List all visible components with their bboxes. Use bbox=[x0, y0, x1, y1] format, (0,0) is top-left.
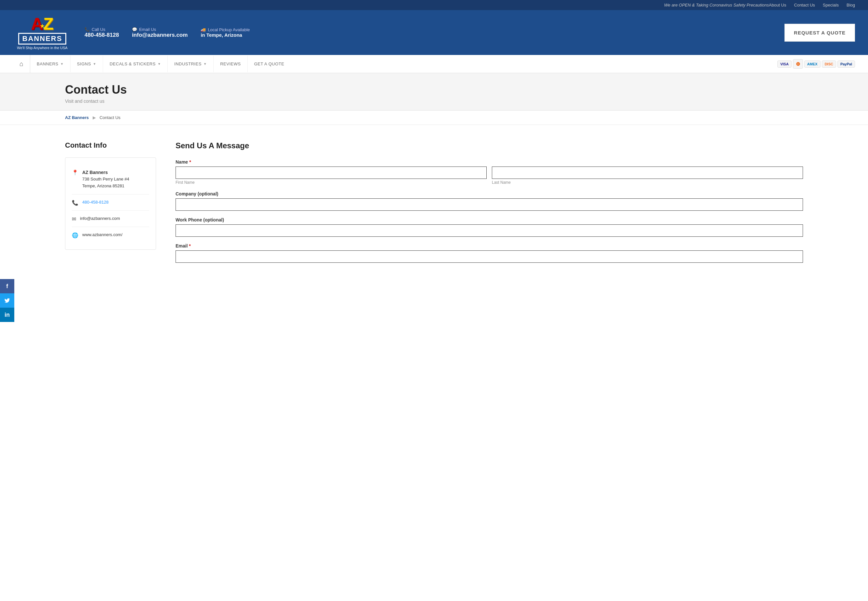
email-label: 💬 Email Us bbox=[132, 27, 188, 32]
social-sidebar: f in bbox=[0, 279, 14, 285]
location-icon: 📍 bbox=[72, 169, 78, 175]
request-quote-button[interactable]: REQUEST A QUOTE bbox=[784, 24, 855, 42]
payment-icons: VISA ⊕ AMEX DISC PayPal bbox=[777, 59, 855, 69]
form-heading: Send Us A Message bbox=[175, 141, 803, 150]
phone-number[interactable]: 480-458-8128 bbox=[85, 32, 119, 38]
page-title: Contact Us bbox=[65, 83, 803, 96]
last-name-label: Last Name bbox=[492, 180, 803, 185]
signs-dropdown-arrow: ▼ bbox=[93, 62, 96, 66]
site-header: A Z ★ BANNERS We'll Ship Anywhere in the… bbox=[0, 10, 868, 55]
pickup-location: in Tempe, Arizona bbox=[201, 32, 250, 38]
globe-icon: 🌐 bbox=[72, 232, 78, 238]
nav-items: BANNERS ▼ SIGNS ▼ DECALS & STICKERS ▼ IN… bbox=[30, 56, 777, 72]
visa-icon: VISA bbox=[777, 61, 792, 68]
contact-us-link[interactable]: Contact Us bbox=[794, 3, 815, 8]
name-required-star: * bbox=[189, 159, 191, 165]
logo-subtitle: We'll Ship Anywhere in the USA bbox=[17, 46, 67, 50]
page-hero: Contact Us Visit and contact us bbox=[0, 73, 868, 111]
website-row: 🌐 www.azbanners.com/ bbox=[72, 227, 149, 243]
company-label: Company (optional) bbox=[175, 191, 803, 197]
banners-dropdown-arrow: ▼ bbox=[60, 62, 63, 66]
email-group: Email * bbox=[175, 243, 803, 263]
first-name-label: First Name bbox=[175, 180, 487, 185]
breadcrumb: AZ Banners ▶ Contact Us bbox=[0, 111, 868, 125]
email-icon: 💬 bbox=[132, 27, 137, 32]
phone-label: 📞 Call Us bbox=[85, 27, 119, 32]
name-row: First Name Last Name bbox=[175, 166, 803, 185]
mastercard-icon: ⊕ bbox=[793, 59, 803, 69]
last-name-input[interactable] bbox=[492, 166, 803, 179]
name-group: Name * First Name Last Name bbox=[175, 159, 803, 185]
address-line1: 738 South Perry Lane #4 bbox=[82, 176, 129, 183]
nav-get-quote[interactable]: GET A QUOTE bbox=[248, 56, 291, 72]
header-phone: 📞 Call Us 480-458-8128 bbox=[85, 27, 119, 38]
facebook-button[interactable]: f bbox=[0, 279, 14, 285]
last-name-field: Last Name bbox=[492, 166, 803, 185]
first-name-input[interactable] bbox=[175, 166, 487, 179]
logo-banners-box: BANNERS bbox=[18, 33, 67, 44]
breadcrumb-separator: ▶ bbox=[93, 115, 96, 120]
industries-dropdown-arrow: ▼ bbox=[204, 62, 207, 66]
contact-info-card: 📍 AZ Banners 738 South Perry Lane #4 Tem… bbox=[65, 157, 156, 250]
nav-industries[interactable]: INDUSTRIES ▼ bbox=[168, 56, 213, 72]
company-group: Company (optional) bbox=[175, 191, 803, 211]
phone-icon: 📞 bbox=[85, 27, 90, 32]
home-nav-button[interactable]: ⌂ bbox=[13, 55, 30, 73]
contact-info-column: Contact Info 📍 AZ Banners 738 South Perr… bbox=[65, 141, 156, 269]
email-contact-icon: ✉ bbox=[72, 216, 76, 222]
work-phone-input[interactable] bbox=[175, 224, 803, 237]
blog-link[interactable]: Blog bbox=[847, 3, 855, 8]
company-input[interactable] bbox=[175, 198, 803, 211]
first-name-field: First Name bbox=[175, 166, 487, 185]
star-icon: ★ bbox=[40, 23, 45, 29]
top-bar: We are OPEN & Taking Coronavirus Safety … bbox=[0, 0, 868, 10]
email-input[interactable] bbox=[175, 250, 803, 263]
contact-info-heading: Contact Info bbox=[65, 141, 156, 149]
pickup-icon: 🚚 bbox=[201, 27, 206, 32]
contact-phone-link[interactable]: 480-458-8128 bbox=[82, 200, 108, 204]
main-content: Contact Info 📍 AZ Banners 738 South Perr… bbox=[0, 125, 868, 285]
phone-row: 📞 480-458-8128 bbox=[72, 194, 149, 211]
header-email: 💬 Email Us info@azbanners.com bbox=[132, 27, 188, 38]
name-label: Name * bbox=[175, 159, 803, 165]
contact-form-column: Send Us A Message Name * First Name Last… bbox=[175, 141, 803, 269]
breadcrumb-home[interactable]: AZ Banners bbox=[65, 115, 89, 120]
phone-contact-icon: 📞 bbox=[72, 200, 78, 206]
contact-email: info@azbanners.com bbox=[80, 216, 120, 221]
address-row: 📍 AZ Banners 738 South Perry Lane #4 Tem… bbox=[72, 164, 149, 194]
nav-bar: ⌂ BANNERS ▼ SIGNS ▼ DECALS & STICKERS ▼ … bbox=[0, 55, 868, 73]
top-bar-notice: We are OPEN & Taking Coronavirus Safety … bbox=[664, 3, 769, 8]
logo-banners-text: BANNERS bbox=[23, 35, 62, 43]
pickup-label: 🚚 Local Pickup Available bbox=[201, 27, 250, 32]
amex-icon: AMEX bbox=[804, 61, 821, 68]
email-required-star: * bbox=[189, 243, 190, 249]
header-pickup: 🚚 Local Pickup Available in Tempe, Arizo… bbox=[201, 27, 250, 38]
header-contact: 📞 Call Us 480-458-8128 💬 Email Us info@a… bbox=[85, 27, 771, 38]
email-row: ✉ info@azbanners.com bbox=[72, 211, 149, 227]
nav-banners[interactable]: BANNERS ▼ bbox=[30, 56, 70, 72]
business-name: AZ Banners bbox=[82, 169, 129, 176]
discover-icon: DISC bbox=[822, 61, 836, 68]
top-bar-links: About Us Contact Us Specials Blog bbox=[769, 3, 855, 8]
breadcrumb-current: Contact Us bbox=[99, 115, 120, 120]
work-phone-group: Work Phone (optional) bbox=[175, 217, 803, 237]
home-icon: ⌂ bbox=[20, 60, 23, 67]
nav-reviews[interactable]: REVIEWS bbox=[213, 56, 247, 72]
address-line2: Tempe, Arizona 85281 bbox=[82, 183, 129, 190]
nav-decals[interactable]: DECALS & STICKERS ▼ bbox=[103, 56, 168, 72]
paypal-icon: PayPal bbox=[838, 61, 855, 68]
contact-website: www.azbanners.com/ bbox=[82, 232, 123, 237]
nav-signs[interactable]: SIGNS ▼ bbox=[70, 56, 103, 72]
email-form-label: Email * bbox=[175, 243, 803, 249]
email-address[interactable]: info@azbanners.com bbox=[132, 32, 188, 38]
decals-dropdown-arrow: ▼ bbox=[158, 62, 161, 66]
page-subtitle: Visit and contact us bbox=[65, 99, 803, 104]
logo[interactable]: A Z ★ BANNERS We'll Ship Anywhere in the… bbox=[13, 15, 72, 50]
about-us-link[interactable]: About Us bbox=[769, 3, 786, 8]
work-phone-label: Work Phone (optional) bbox=[175, 217, 803, 223]
specials-link[interactable]: Specials bbox=[823, 3, 839, 8]
